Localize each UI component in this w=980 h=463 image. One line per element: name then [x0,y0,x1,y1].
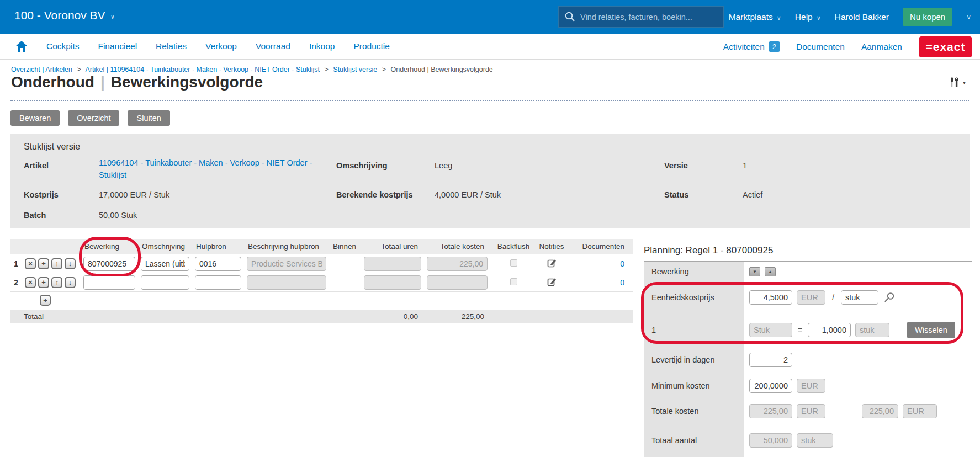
search-input[interactable] [580,13,717,22]
help-menu[interactable]: Help ∨ [795,12,821,22]
hulpbron-input[interactable] [195,257,241,271]
berekende-kostprijs-label: Berekende kostprijs [336,190,413,199]
documenten-link[interactable]: Documenten [796,42,845,52]
bewaren-button[interactable]: Bewaren [10,110,60,126]
bewerking-next-button[interactable]: ▲ [765,267,776,276]
home-icon[interactable] [15,41,28,52]
documenten-count-link[interactable]: 0 [620,259,624,268]
backflush-checkbox [510,278,517,285]
totaal-aantal-label: Totaal aantal [644,424,744,457]
beschrijving-hulpbron-field [247,275,326,290]
page-title-right: Bewerkingsvolgorde [111,73,263,91]
beschrijving-hulpbron-field [247,257,326,271]
grid-row-2: 2 × + ↑ ↓ 0 [10,273,633,292]
page-settings-menu[interactable]: ▾ [950,77,966,88]
breadcrumb-link-stuklijst-versie[interactable]: Stuklijst versie [333,66,377,73]
page-title-pipe: | [100,73,105,91]
conversion-value-input[interactable] [808,323,851,337]
nav-item-relaties[interactable]: Relaties [156,41,187,51]
unit-input[interactable] [841,290,878,305]
breadcrumb-link-overzicht-artikelen[interactable]: Overzicht | Artikelen [11,66,72,73]
totaal-aantal-field [749,433,792,448]
user-name: Harold Bakker [835,12,889,22]
totaal-kosten-value: 225,00 [427,312,493,321]
search-icon [565,12,575,22]
nav-item-verkoop[interactable]: Verkoop [205,41,237,51]
global-search[interactable] [558,6,724,28]
nav-item-financieel[interactable]: Financieel [98,41,137,51]
omschrijving-label: Omschrijving [336,161,388,170]
col-header-beschrijving-hulpbron: Beschrijving hulpbron [247,242,332,251]
bewerking-label: Bewerking [644,262,744,281]
overzicht-button[interactable]: Overzicht [68,110,119,126]
grid-header-row: Bewerking Omschrijving Hulpbron Beschrij… [10,239,633,254]
unit-field [797,433,833,448]
conversion-from-unit-field [749,323,792,337]
breadcrumb: Overzicht | Artikelen > Artikel | 110964… [11,66,493,73]
col-header-bewerking: Bewerking [83,242,141,251]
marktplaats-menu[interactable]: Marktplaats ∨ [729,12,781,22]
page: 100 - Voronov BV ∨ Marktplaats ∨ Help ∨ … [0,0,980,463]
bewerking-input[interactable] [83,275,135,290]
backflush-checkbox [510,259,517,267]
exact-logo: =exact [919,36,972,57]
delete-row-button[interactable]: × [25,277,36,288]
search-lookup-icon[interactable] [884,292,895,303]
omschrijving-input[interactable] [141,275,189,290]
company-selector[interactable]: 100 - Voronov BV ∨ [14,9,115,22]
breadcrumb-separator: > [382,66,386,73]
bewerkingen-grid: Bewerking Omschrijving Hulpbron Beschrij… [10,239,633,323]
artikel-link[interactable]: 110964104 - Tuinkabouter - Maken - Verko… [99,158,312,179]
documenten-count-link[interactable]: 0 [620,278,624,287]
minimum-kosten-input[interactable] [749,379,792,393]
currency-field [797,379,825,393]
eenheidskostprijs-input[interactable] [749,290,792,305]
nav-item-productie[interactable]: Productie [353,41,389,51]
activiteiten-label: Activiteiten [723,42,765,52]
omschrijving-value: Leeg [435,161,452,170]
add-row-button[interactable]: + [40,295,51,306]
activiteiten-link[interactable]: Activiteiten 2 [723,41,780,52]
page-title: Onderhoud | Bewerkingsvolgorde [11,73,263,91]
buy-now-button[interactable]: Nu kopen [903,8,952,26]
per-symbol: / [830,293,836,302]
chevron-down-icon[interactable]: ∨ [966,13,971,21]
levertijd-input[interactable] [749,353,792,367]
omschrijving-input[interactable] [141,257,189,271]
delete-row-button[interactable]: × [25,258,36,269]
breadcrumb-link-artikel[interactable]: Artikel | 110964104 - Tuinkabouter - Mak… [86,66,320,73]
planning-row-conversion: 1 = Wisselen [644,313,972,347]
wisselen-button[interactable]: Wisselen [907,322,955,338]
move-row-down-button[interactable]: ↓ [65,258,76,269]
move-row-down-button[interactable]: ↓ [65,277,76,288]
move-row-up-button[interactable]: ↑ [51,277,62,288]
nav-item-voorraad[interactable]: Voorraad [256,41,290,51]
chevron-down-icon: ∨ [817,13,821,22]
caret-up-icon: ▲ [768,269,772,274]
conversion-to-unit-field [855,323,889,337]
notities-button[interactable] [534,277,569,288]
nav-item-cockpits[interactable]: Cockpits [46,41,79,51]
nav-item-inkoop[interactable]: Inkoop [309,41,335,51]
user-menu[interactable]: Harold Bakker [835,12,889,22]
top-bar: 100 - Voronov BV ∨ Marktplaats ∨ Help ∨ … [0,0,980,34]
notities-button[interactable] [534,258,569,269]
company-name: 100 - Voronov BV [14,9,105,22]
bewerking-prev-button[interactable]: ▼ [749,267,760,276]
versie-value: 1 [743,161,747,170]
aanmaken-link[interactable]: Aanmaken [861,42,902,52]
breadcrumb-separator: > [77,66,81,73]
insert-row-button[interactable]: + [38,277,49,288]
help-label: Help [795,12,813,22]
hulpbron-input[interactable] [195,275,241,290]
planning-row-levertijd: Levertijd in dagen [644,347,972,373]
bewerking-input[interactable] [83,257,135,271]
documenten-label: Documenten [796,42,845,52]
totale-kosten-label: Totale kosten [644,398,744,424]
sluiten-button[interactable]: Sluiten [128,110,169,126]
insert-row-button[interactable]: + [38,258,49,269]
move-row-up-button[interactable]: ↑ [51,258,62,269]
col-header-documenten: Documenten [569,242,633,251]
planning-row-minimum-kosten: Minimum kosten [644,373,972,398]
currency-field [903,404,937,418]
